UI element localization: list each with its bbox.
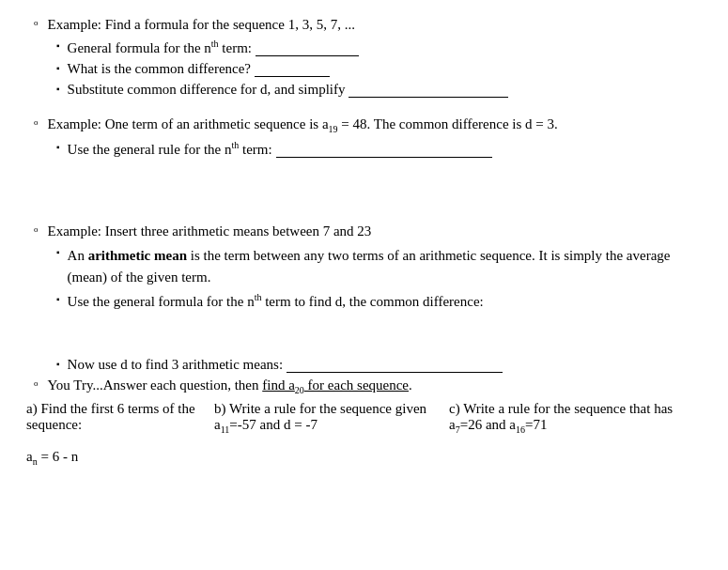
sup-nth-3: th bbox=[255, 292, 262, 302]
square-bullet-2-1: ▪ bbox=[56, 142, 60, 152]
example-3-bullet-1: ▪ An arithmetic mean is the term between… bbox=[26, 245, 702, 287]
arithmetic-mean-bold: arithmetic mean bbox=[88, 248, 187, 263]
circle-bullet-you-try: o bbox=[34, 378, 39, 388]
square-bullet-3-2: ▪ bbox=[56, 294, 60, 304]
example-3-section: o Example: Insert three arithmetic means… bbox=[26, 223, 702, 310]
example-3-text: Example: Insert three arithmetic means b… bbox=[48, 223, 703, 239]
blank-5 bbox=[287, 372, 503, 373]
find-a20-underline: find a20 for each sequence bbox=[262, 377, 409, 393]
square-bullet-1-2: ▪ bbox=[56, 63, 60, 73]
example-1-bullet-1-text: General formula for the nth term: bbox=[68, 39, 702, 56]
sub-11: 11 bbox=[221, 424, 230, 435]
example-3-bullet-2-text: Use the general formula for the nth term… bbox=[68, 292, 702, 310]
blank-4 bbox=[276, 157, 492, 158]
example-1-bullet-3: ▪ Substitute common difference for d, an… bbox=[26, 82, 702, 98]
example-3-intro: o Example: Insert three arithmetic means… bbox=[26, 223, 702, 239]
sub-20: 20 bbox=[295, 385, 304, 395]
circle-bullet-2: o bbox=[34, 117, 39, 127]
example-2-bullet-1-text: Use the general rule for the nth term: bbox=[68, 140, 702, 158]
example-2-text: Example: One term of an arithmetic seque… bbox=[48, 116, 703, 134]
circle-bullet-1: o bbox=[34, 18, 39, 27]
you-try-line: o You Try...Answer each question, then f… bbox=[26, 377, 702, 395]
you-try-text: You Try...Answer each question, then fin… bbox=[48, 377, 703, 395]
col-a-header: a) Find the first 6 terms of the sequenc… bbox=[26, 401, 195, 432]
example-3-bullet-2: ▪ Use the general formula for the nth te… bbox=[26, 292, 702, 310]
main-content: o Example: Find a formula for the sequen… bbox=[26, 17, 702, 467]
square-bullet-use-d: ▪ bbox=[56, 359, 60, 369]
example-1-bullet-3-text: Substitute common difference for d, and … bbox=[68, 82, 702, 98]
now-use-d-label: Now use d to find 3 arithmetic means: bbox=[68, 357, 284, 372]
example-2-section: o Example: One term of an arithmetic seq… bbox=[26, 116, 702, 158]
example-1-intro: o Example: Find a formula for the sequen… bbox=[26, 17, 702, 33]
example-1-bullet-1: ▪ General formula for the nth term: bbox=[26, 39, 702, 56]
blank-3 bbox=[349, 97, 508, 98]
blank-1 bbox=[256, 55, 359, 56]
now-use-d-text: Now use d to find 3 arithmetic means: bbox=[68, 357, 702, 373]
example-2-bullet-1: ▪ Use the general rule for the nth term: bbox=[26, 140, 702, 158]
col-a-formula: an = 6 - n bbox=[26, 449, 78, 464]
col-c-header: c) Write a rule for the sequence that ha… bbox=[449, 401, 673, 432]
column-c: c) Write a rule for the sequence that ha… bbox=[449, 401, 702, 435]
example-1-bullet-2-text: What is the common difference? bbox=[68, 61, 702, 77]
sup-nth-1: th bbox=[211, 39, 219, 49]
square-bullet-1-1: ▪ bbox=[56, 40, 60, 51]
blank-2 bbox=[255, 76, 330, 77]
column-b: b) Write a rule for the sequence given a… bbox=[214, 401, 449, 435]
sub-16: 16 bbox=[516, 424, 525, 435]
sup-nth-2: th bbox=[231, 140, 239, 150]
circle-bullet-3: o bbox=[34, 224, 39, 234]
example-3-bullet-1-text: An arithmetic mean is the term between a… bbox=[68, 245, 702, 287]
column-a: a) Find the first 6 terms of the sequenc… bbox=[26, 401, 214, 467]
example-1-text: Example: Find a formula for the sequence… bbox=[48, 17, 703, 33]
three-column-section: a) Find the first 6 terms of the sequenc… bbox=[26, 401, 702, 467]
square-bullet-3-1: ▪ bbox=[56, 247, 60, 257]
example-1-bullet-2: ▪ What is the common difference? bbox=[26, 61, 702, 77]
sub-19: 19 bbox=[329, 124, 338, 134]
example-2-intro: o Example: One term of an arithmetic seq… bbox=[26, 116, 702, 134]
example-1-section: o Example: Find a formula for the sequen… bbox=[26, 17, 702, 98]
now-use-d-item: ▪ Now use d to find 3 arithmetic means: bbox=[26, 357, 702, 373]
sub-n: n bbox=[33, 456, 38, 467]
col-b-header: b) Write a rule for the sequence given a… bbox=[214, 401, 426, 432]
sub-7: 7 bbox=[456, 424, 460, 435]
square-bullet-1-3: ▪ bbox=[56, 84, 60, 94]
